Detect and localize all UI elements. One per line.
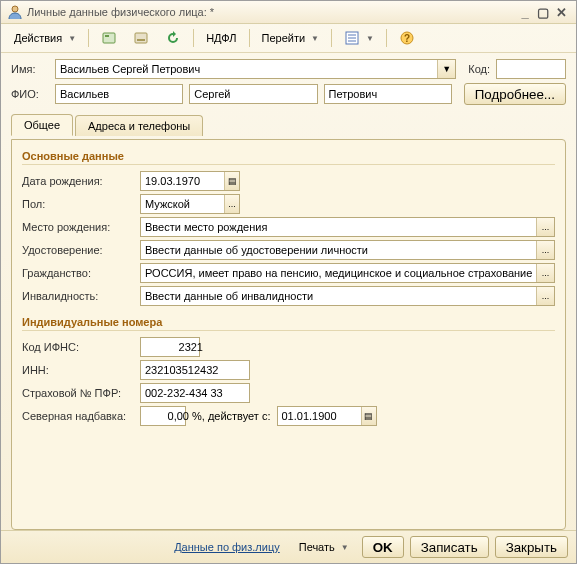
pfr-row: Страховой № ПФР: [22,383,555,403]
pfr-field[interactable] [140,383,250,403]
fio-label: ФИО: [11,88,49,100]
middlename-field[interactable] [324,84,452,104]
toolbar-icon-2[interactable] [126,26,156,50]
goto-label: Перейти [262,32,306,44]
sex-input[interactable] [141,198,224,210]
window-title: Личные данные физического лица: * [27,6,516,18]
sex-row: Пол: ... [22,194,555,214]
birthplace-label: Место рождения: [22,221,134,233]
name-input[interactable] [56,63,437,75]
code-label: Код: [468,63,490,75]
firstname-field[interactable] [189,84,317,104]
divider [22,164,555,165]
sex-select-button[interactable]: ... [224,195,239,213]
help-button[interactable]: ? [392,26,422,50]
goto-menu[interactable]: Перейти ▼ [255,26,327,50]
toolbar-icon-1[interactable] [94,26,124,50]
citizen-label: Гражданство: [22,267,134,279]
birth-field[interactable]: ▤ [140,171,240,191]
ndfl-label: НДФЛ [206,32,236,44]
print-menu[interactable]: Печать ▼ [292,535,356,559]
ok-button[interactable]: OK [362,536,404,558]
north-date-field[interactable]: ▤ [277,406,377,426]
birth-input[interactable] [141,175,224,187]
citizen-input[interactable] [141,267,536,279]
section-main-data: Основные данные [22,150,555,162]
physical-person-link[interactable]: Данные по физ.лицу [174,541,280,553]
print-label: Печать [299,541,335,553]
name-dropdown[interactable]: ▼ [437,60,455,78]
citizen-select-button[interactable]: ... [536,264,554,282]
tab-addresses[interactable]: Адреса и телефоны [75,115,203,136]
north-value-input[interactable] [141,407,193,425]
toolbar-separator [386,29,387,47]
birth-row: Дата рождения: ▤ [22,171,555,191]
middlename-input[interactable] [325,85,459,103]
minimize-button[interactable]: _ [516,5,534,20]
north-value-field[interactable] [140,406,186,426]
north-row: Северная надбавка: %, действует с: ▤ [22,406,555,426]
citizen-field[interactable]: ... [140,263,555,283]
svg-rect-2 [105,35,109,37]
tab-page-general: Основные данные Дата рождения: ▤ Пол: ..… [11,139,566,530]
disability-select-button[interactable]: ... [536,287,554,305]
calendar-icon[interactable]: ▤ [224,172,239,190]
calendar-icon[interactable]: ▤ [361,407,376,425]
dropdown-icon: ▼ [341,543,349,552]
svg-rect-1 [103,33,115,43]
sex-field[interactable]: ... [140,194,240,214]
dropdown-icon: ▼ [68,34,76,43]
pfr-input[interactable] [141,384,257,402]
section-individual-numbers: Индивидуальные номера [22,316,555,328]
ndfl-button[interactable]: НДФЛ [199,26,243,50]
id-select-button[interactable]: ... [536,241,554,259]
content: Имя: ▼ Код: ФИО: Подробнее... Общее Адре… [1,53,576,530]
svg-rect-4 [137,39,145,41]
card2-icon [133,30,149,46]
sex-label: Пол: [22,198,134,210]
footer: Данные по физ.лицу Печать ▼ OK Записать … [1,530,576,563]
actions-menu[interactable]: Действия ▼ [7,26,83,50]
toolbar-icon-3[interactable] [158,26,188,50]
inn-input[interactable] [141,361,257,379]
id-input[interactable] [141,244,536,256]
toolbar-separator [249,29,250,47]
north-date-input[interactable] [278,410,361,422]
toolbar-separator [331,29,332,47]
fio-row: ФИО: Подробнее... [11,83,566,105]
birthplace-input[interactable] [141,221,536,233]
name-field[interactable]: ▼ [55,59,456,79]
svg-rect-3 [135,33,147,43]
more-button[interactable]: Подробнее... [464,83,566,105]
pfr-label: Страховой № ПФР: [22,387,134,399]
id-field[interactable]: ... [140,240,555,260]
refresh-icon [165,30,181,46]
save-button[interactable]: Записать [410,536,489,558]
person-icon [7,4,23,20]
name-row: Имя: ▼ Код: [11,59,566,79]
tabstrip: Общее Адреса и телефоны [11,113,566,135]
ifns-field[interactable] [140,337,200,357]
code-input[interactable] [497,60,573,78]
north-label: Северная надбавка: [22,410,134,422]
inn-field[interactable] [140,360,250,380]
code-field[interactable] [496,59,566,79]
close-button[interactable]: Закрыть [495,536,568,558]
firstname-input[interactable] [190,85,324,103]
birthplace-field[interactable]: ... [140,217,555,237]
disability-label: Инвалидность: [22,290,134,302]
inn-label: ИНН: [22,364,134,376]
disability-input[interactable] [141,290,536,302]
birthplace-select-button[interactable]: ... [536,218,554,236]
close-window-button[interactable]: ✕ [552,5,570,20]
divider [22,330,555,331]
tab-general[interactable]: Общее [11,114,73,136]
disability-field[interactable]: ... [140,286,555,306]
lastname-field[interactable] [55,84,183,104]
toolbar-separator [193,29,194,47]
ifns-input[interactable] [141,338,207,356]
lastname-input[interactable] [56,85,190,103]
id-label: Удостоверение: [22,244,134,256]
toolbar-icon-4[interactable]: ▼ [337,26,381,50]
maximize-button[interactable]: ▢ [534,5,552,20]
